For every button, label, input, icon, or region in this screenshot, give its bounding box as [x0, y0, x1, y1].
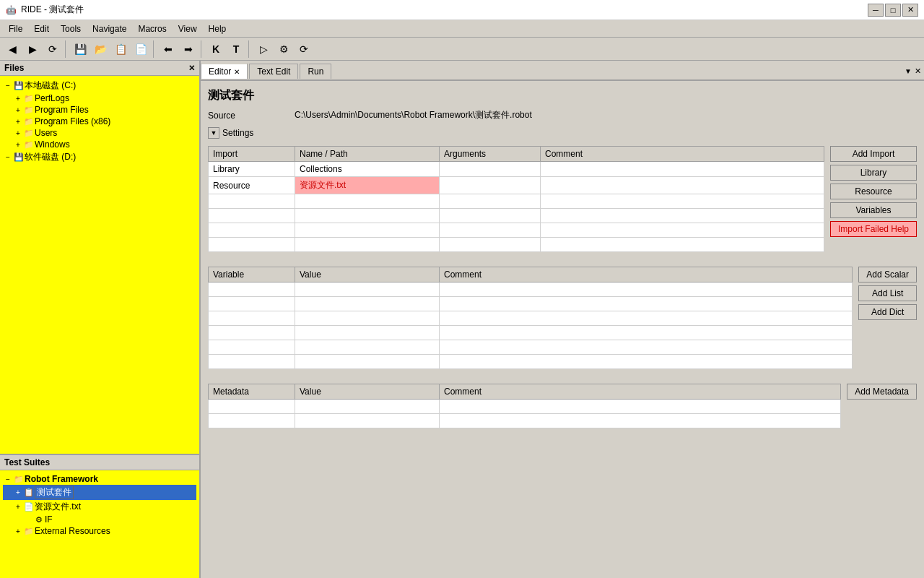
add-dict-button[interactable]: Add Dict: [858, 304, 917, 320]
tab-dropdown-icon[interactable]: ▼: [905, 67, 912, 75]
keyword-icon: ⚙: [33, 514, 45, 525]
toolbar-k[interactable]: K: [206, 40, 225, 58]
expand-icon[interactable]: −: [3, 81, 13, 91]
import-empty-row: [209, 223, 824, 238]
import-args-cell: [440, 177, 541, 194]
metadata-section: Metadata Value Comment Add Metadata: [208, 384, 917, 436]
expand-icon[interactable]: +: [13, 93, 23, 103]
expand-icon[interactable]: +: [13, 128, 23, 138]
var-empty-row: [209, 297, 853, 311]
tab-text-edit-label: Text Edit: [257, 66, 290, 77]
import-failed-help-button[interactable]: Import Failed Help: [830, 221, 917, 237]
metadata-buttons: Add Metadata: [847, 384, 917, 400]
tree-item-program-files[interactable]: + 📁 Program Files: [3, 104, 196, 116]
expand-icon[interactable]: +: [13, 116, 23, 126]
variable-table: Variable Value Comment: [208, 267, 853, 369]
tree-item-users[interactable]: + 📁 Users: [3, 127, 196, 139]
tree-item-local-c[interactable]: − 💾 本地磁盘 (C:): [3, 79, 196, 92]
source-row: Source C:\Users\Admin\Documents\Robot Fr…: [208, 109, 917, 121]
import-args-cell: [440, 162, 541, 177]
add-import-button[interactable]: Add Import: [830, 146, 917, 162]
app-icon: 🤖: [6, 5, 17, 15]
tree-item-program-files-x86[interactable]: + 📁 Program Files (x86): [3, 116, 196, 127]
th-comment2: Comment: [440, 267, 853, 282]
menu-help[interactable]: Help: [203, 22, 232, 35]
th-metadata-value: Value: [295, 384, 440, 400]
test-suite-icon: 📋: [23, 488, 35, 498]
toolbar-forward[interactable]: ▶: [23, 40, 42, 58]
toolbar-refresh[interactable]: ⟳: [43, 40, 62, 58]
tree-label: Users: [35, 128, 57, 138]
toolbar-back[interactable]: ◀: [3, 40, 22, 58]
expand-icon[interactable]: +: [13, 488, 23, 498]
tab-editor-close[interactable]: ✕: [234, 68, 240, 76]
menu-tools[interactable]: Tools: [55, 22, 87, 35]
import-name-cell-failed: 资源文件.txt: [295, 177, 440, 194]
tree-item-perflogs[interactable]: + 📁 PerfLogs: [3, 92, 196, 104]
add-metadata-button[interactable]: Add Metadata: [847, 384, 917, 400]
editor-panel-close[interactable]: ✕: [915, 66, 921, 76]
tree-item-robot-framework[interactable]: − 📁 Robot Framework: [3, 473, 196, 485]
toolbar: ◀ ▶ ⟳ 💾 📂 📋 📄 ⬅ ➡ K T ▷ ⚙ ⟳: [0, 38, 924, 61]
toolbar-redo[interactable]: ➡: [179, 40, 198, 58]
add-list-button[interactable]: Add List: [858, 285, 917, 301]
toolbar-save[interactable]: 💾: [71, 40, 90, 58]
tree-label: External Resources: [35, 526, 110, 536]
toolbar-new-resource[interactable]: 📄: [131, 40, 150, 58]
close-button[interactable]: ✕: [902, 4, 918, 17]
toolbar-stop[interactable]: ⟳: [295, 40, 313, 58]
expand-icon[interactable]: +: [13, 139, 23, 150]
tree-item-test-suite[interactable]: + 📋 测试套件: [3, 485, 196, 500]
import-type-cell: Library: [209, 162, 295, 177]
var-empty-row: [209, 326, 853, 340]
tab-bar: Editor ✕ Text Edit Run ▼ ✕: [201, 61, 924, 81]
expand-icon[interactable]: +: [13, 105, 23, 115]
menu-view[interactable]: View: [173, 22, 203, 35]
minimize-button[interactable]: ─: [868, 4, 884, 17]
maximize-button[interactable]: □: [885, 4, 901, 17]
tab-text-edit[interactable]: Text Edit: [249, 64, 298, 79]
variables-button[interactable]: Variables: [830, 202, 917, 218]
folder-icon: 📁: [23, 105, 35, 115]
expand-icon[interactable]: −: [3, 474, 13, 484]
menu-navigate[interactable]: Navigate: [87, 22, 132, 35]
toolbar-run[interactable]: ▷: [254, 40, 273, 58]
tree-item-resource-file[interactable]: + 📄 资源文件.txt: [3, 500, 196, 514]
files-panel-close[interactable]: ✕: [188, 64, 195, 73]
expand-icon[interactable]: −: [3, 152, 13, 163]
toolbar-t[interactable]: T: [227, 40, 245, 58]
folder-icon: 📁: [23, 128, 35, 138]
tree-item-software-d[interactable]: − 💾 软件磁盘 (D:): [3, 150, 196, 164]
expand-icon[interactable]: +: [13, 502, 23, 512]
tree-item-if[interactable]: ⚙ IF: [3, 514, 196, 525]
menu-file[interactable]: File: [3, 22, 28, 35]
settings-header[interactable]: ▼ Settings: [208, 127, 917, 139]
import-row-resource[interactable]: Resource 资源文件.txt: [209, 177, 824, 194]
expand-icon[interactable]: +: [13, 526, 23, 536]
suite-title: 测试套件: [208, 88, 917, 103]
settings-label: Settings: [222, 128, 253, 138]
variable-section: Variable Value Comment: [208, 267, 917, 376]
resource-button[interactable]: Resource: [830, 184, 917, 199]
toolbar-settings[interactable]: ⚙: [274, 40, 293, 58]
tab-run[interactable]: Run: [300, 64, 331, 79]
import-buttons: Add Import Library Resource Variables Im…: [830, 146, 917, 237]
import-comment-cell: [541, 177, 824, 194]
settings-arrow-icon[interactable]: ▼: [208, 127, 219, 139]
menu-edit[interactable]: Edit: [28, 22, 55, 35]
toolbar-sep1: [65, 40, 68, 58]
import-row-library[interactable]: Library Collections: [209, 162, 824, 177]
files-tree: − 💾 本地磁盘 (C:) + 📁 PerfLogs + 📁 Program F…: [0, 76, 199, 452]
tab-editor[interactable]: Editor ✕: [201, 63, 248, 79]
tree-item-windows[interactable]: + 📁 Windows: [3, 139, 196, 150]
menu-macros[interactable]: Macros: [132, 22, 172, 35]
add-scalar-button[interactable]: Add Scalar: [858, 267, 917, 282]
tree-label: Program Files: [35, 105, 89, 115]
import-empty-row: [209, 194, 824, 209]
library-button[interactable]: Library: [830, 165, 917, 181]
toolbar-new-suite[interactable]: 📋: [111, 40, 130, 58]
toolbar-open-folder[interactable]: 📂: [91, 40, 110, 58]
source-label: Source: [208, 111, 295, 121]
tree-item-external-resources[interactable]: + 📁 External Resources: [3, 525, 196, 537]
toolbar-undo[interactable]: ⬅: [159, 40, 178, 58]
